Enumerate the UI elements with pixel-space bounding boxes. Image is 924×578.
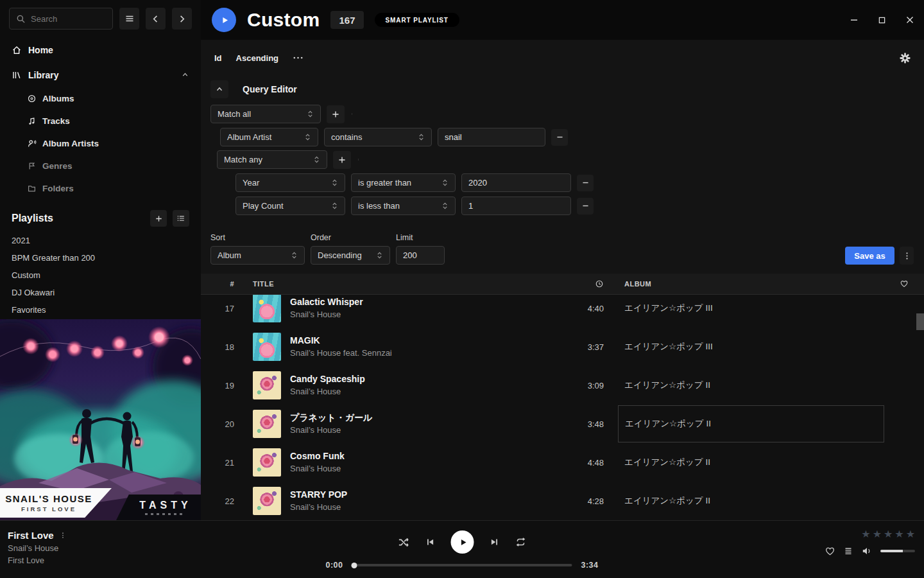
seek-bar[interactable] <box>352 564 572 566</box>
rule-operator-select[interactable]: is greater than <box>351 173 456 192</box>
sort-select[interactable]: Album <box>210 246 305 265</box>
seek-knob[interactable] <box>352 563 357 568</box>
search-input[interactable] <box>31 14 106 24</box>
save-as-button[interactable]: Save as <box>845 247 894 265</box>
playlist-item[interactable]: 2021 <box>0 232 201 249</box>
minimize-icon[interactable] <box>849 15 859 25</box>
add-playlist-button[interactable] <box>150 210 167 227</box>
now-playing-album[interactable]: First Love <box>8 556 64 565</box>
star-icon[interactable]: ★ <box>906 529 915 539</box>
star-icon[interactable]: ★ <box>861 529 870 539</box>
more-icon[interactable] <box>293 56 304 60</box>
rule-operator-select[interactable]: contains <box>324 128 432 146</box>
play-playlist-button[interactable] <box>212 8 236 32</box>
rule-field-select[interactable]: Year <box>235 173 345 192</box>
play-pause-button[interactable] <box>451 530 474 554</box>
sidebar-item-library[interactable]: Library <box>0 62 201 87</box>
track-row[interactable]: 22STARRY POPSnail’s House4:28エイリアン☆ポップ I… <box>201 482 924 520</box>
track-album[interactable]: エイリアン☆ポップ II <box>618 495 884 507</box>
playlists-title: Playlists <box>12 213 144 224</box>
scrollbar-thumb[interactable] <box>916 313 924 330</box>
match-type-select[interactable]: Match any <box>217 150 327 169</box>
menu-button[interactable] <box>119 8 139 30</box>
now-playing-artist[interactable]: Snail’s House <box>8 543 64 553</box>
match-type-select[interactable]: Match all <box>210 105 321 123</box>
favorite-heart-icon[interactable] <box>825 546 835 557</box>
playlist-item[interactable]: DJ Okawari <box>0 284 201 301</box>
remove-rule-button[interactable] <box>551 129 568 146</box>
add-rule-button[interactable] <box>333 151 351 169</box>
sidebar-item-albums[interactable]: Albums <box>0 87 201 110</box>
total-time: 3:34 <box>581 561 604 570</box>
playlist-item[interactable]: Custom <box>0 267 201 284</box>
sidebar-item-folders[interactable]: Folders <box>0 177 201 200</box>
rule-value-input[interactable] <box>468 201 564 211</box>
star-icon[interactable]: ★ <box>873 529 882 539</box>
sidebar-item-album-artists[interactable]: Album Artists <box>0 132 201 155</box>
remove-rule-button[interactable] <box>577 198 594 215</box>
rule-field-select[interactable]: Album Artist <box>220 128 318 146</box>
sort-field-button[interactable]: Id <box>214 53 222 63</box>
close-icon[interactable] <box>905 15 915 25</box>
group-options-icon[interactable] <box>350 109 354 119</box>
rule-value-input[interactable] <box>445 132 538 142</box>
chevron-up-icon[interactable] <box>181 71 189 79</box>
playlist-list-button[interactable] <box>173 210 189 227</box>
sidebar-item-tracks[interactable]: Tracks <box>0 110 201 132</box>
remove-rule-button[interactable] <box>577 175 594 191</box>
column-album[interactable]: ALBUM <box>618 280 884 288</box>
shuffle-icon[interactable] <box>398 536 410 548</box>
rule-operator-select[interactable]: is less than <box>351 197 456 215</box>
column-duration[interactable] <box>559 279 604 288</box>
column-favorite[interactable] <box>884 279 924 288</box>
star-icon[interactable]: ★ <box>894 529 903 539</box>
playlist-item[interactable]: BPM Greater than 200 <box>0 249 201 267</box>
menu-icon <box>124 13 135 24</box>
column-number[interactable]: # <box>201 280 234 288</box>
next-icon[interactable] <box>490 537 500 547</box>
player-controls <box>398 530 527 554</box>
back-button[interactable] <box>146 8 166 30</box>
sidebar-item-home[interactable]: Home <box>0 37 201 62</box>
collapse-query-button[interactable] <box>210 80 228 98</box>
limit-input[interactable] <box>403 250 438 260</box>
search-box[interactable] <box>9 8 113 30</box>
volume-icon[interactable] <box>861 545 873 557</box>
track-album[interactable]: エイリアン☆ポップ III <box>618 302 884 314</box>
track-options-icon[interactable] <box>62 531 64 539</box>
rule-field-select[interactable]: Play Count <box>235 197 345 215</box>
track-album[interactable]: エイリアン☆ポップ III <box>618 341 884 353</box>
rule-field-value: Album Artist <box>227 132 271 142</box>
group-options-icon[interactable] <box>357 155 360 164</box>
previous-icon[interactable] <box>425 537 436 547</box>
track-row[interactable]: 17Galactic WhisperSnail’s House4:40エイリアン… <box>201 295 924 328</box>
rule-value-input[interactable] <box>468 178 564 188</box>
smart-playlist-badge: SMART PLAYLIST <box>375 13 459 27</box>
sort-order-button[interactable]: Ascending <box>236 53 278 63</box>
star-icon[interactable]: ★ <box>884 529 893 539</box>
track-artist: Snail’s House <box>290 424 372 437</box>
track-row[interactable]: 19Candy SpaceshipSnail’s House3:09エイリアン☆… <box>201 366 924 405</box>
chevron-left-icon <box>151 14 160 24</box>
forward-button[interactable] <box>172 8 192 30</box>
track-row[interactable]: 20プラネット・ガールSnail’s House3:48エイリアン☆ポップ II <box>201 405 924 443</box>
sidebar-item-genres[interactable]: Genres <box>0 155 201 177</box>
track-row[interactable]: 21Cosmo FunkSnail’s House4:48エイリアン☆ポップ I… <box>201 443 924 482</box>
query-rule: Album Artist contains <box>220 128 914 146</box>
column-title[interactable]: TITLE <box>253 280 559 288</box>
now-playing-title[interactable]: First Love <box>8 530 54 541</box>
track-row[interactable]: 18MAGIKSnail’s House feat. Sennzai3:37エイ… <box>201 328 924 366</box>
order-select[interactable]: Descending <box>311 246 390 265</box>
playlist-item[interactable]: Favorites <box>0 301 201 319</box>
queue-icon[interactable] <box>843 546 853 556</box>
repeat-icon[interactable] <box>515 536 527 548</box>
add-rule-button[interactable] <box>327 105 345 123</box>
track-album[interactable]: エイリアン☆ポップ II <box>618 380 884 391</box>
save-options-button[interactable] <box>900 247 914 265</box>
volume-slider[interactable] <box>880 550 915 552</box>
now-playing-cover[interactable]: SNAIL'S HOUSE FIRST LOVE TASTY <box>0 319 201 520</box>
maximize-icon[interactable] <box>877 15 887 25</box>
track-album[interactable]: エイリアン☆ポップ II <box>618 405 884 442</box>
track-album[interactable]: エイリアン☆ポップ II <box>618 457 884 468</box>
settings-gear-icon[interactable] <box>900 53 911 64</box>
